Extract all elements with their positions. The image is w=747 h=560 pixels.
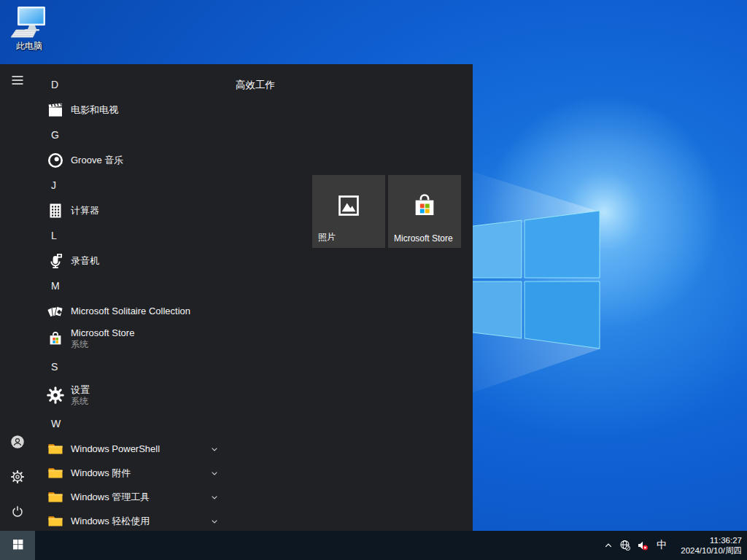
start-app-item[interactable]: 录音机: [0, 249, 245, 273]
network-offline-icon: [619, 539, 632, 552]
store-icon: [410, 190, 439, 222]
app-label: 电影和电视: [71, 104, 118, 116]
volume-muted-button[interactable]: [634, 531, 651, 560]
start-app-item[interactable]: 计算器: [0, 198, 245, 222]
app-group-letter[interactable]: L: [0, 222, 245, 249]
desktop-icon-label: 此电脑: [6, 40, 53, 52]
letter-label: D: [51, 79, 58, 90]
app-label: Microsoft Store: [71, 327, 134, 339]
start-app-item[interactable]: Microsoft Store 系统: [0, 323, 245, 354]
app-group-letter[interactable]: W: [0, 411, 245, 437]
tile-label: 照片: [318, 231, 336, 244]
folder-icon: [47, 440, 64, 458]
solitaire-icon: [47, 303, 64, 320]
letter-label: M: [51, 280, 60, 292]
app-label: Windows PowerShell: [71, 443, 160, 455]
app-group-letter[interactable]: D: [0, 71, 245, 98]
taskbar-clock[interactable]: 11:36:27 2024/10/10/周四: [672, 535, 747, 556]
app-sublabel: 系统: [71, 396, 90, 407]
letter-label: L: [51, 230, 57, 241]
app-group-letter[interactable]: J: [0, 172, 245, 198]
start-menu-app-list: D 电影和电视 G Groove 音乐 J 计算器: [0, 71, 245, 531]
chevron-down-icon[interactable]: [209, 467, 220, 479]
app-group-letter[interactable]: M: [0, 273, 245, 299]
app-label: 设置: [71, 384, 90, 396]
voice-recorder-icon: [47, 252, 64, 270]
letter-label: S: [51, 361, 58, 373]
desktop: 此电脑 D 电影和电视 G Groove 音乐 J: [0, 0, 747, 560]
start-folder-item[interactable]: Windows 附件: [0, 461, 245, 485]
hidden-icons-button[interactable]: [600, 531, 616, 560]
clock-time: 11:36:27: [672, 535, 742, 545]
letter-label: W: [51, 418, 61, 429]
photos-icon: [336, 193, 361, 221]
groove-music-icon: [47, 152, 64, 169]
start-button[interactable]: [0, 531, 35, 560]
ime-indicator[interactable]: 中: [651, 539, 672, 552]
app-label: 录音机: [71, 255, 99, 267]
start-app-item[interactable]: Groove 音乐: [0, 148, 245, 172]
settings-gear-icon: [47, 386, 64, 404]
app-label: 计算器: [71, 205, 99, 217]
app-sublabel: 系统: [71, 339, 134, 350]
start-app-item[interactable]: 设置 系统: [0, 380, 245, 411]
computer-icon: [6, 6, 53, 39]
start-tile[interactable]: 照片: [312, 175, 385, 248]
tile-label: Microsoft Store: [394, 233, 453, 244]
start-app-item[interactable]: Microsoft Solitaire Collection: [0, 299, 245, 323]
start-menu: D 电影和电视 G Groove 音乐 J 计算器: [0, 64, 473, 531]
system-tray: 中 11:36:27 2024/10/10/周四: [600, 531, 747, 560]
store-icon: [47, 330, 64, 347]
movies-tv-icon: [47, 101, 64, 119]
chevron-down-icon[interactable]: [209, 443, 220, 455]
clock-date: 2024/10/10/周四: [672, 545, 742, 556]
desktop-icon-this-pc[interactable]: 此电脑: [6, 6, 53, 52]
network-status-button[interactable]: [616, 531, 634, 560]
folder-icon: [47, 464, 64, 482]
windows-logo-icon: [12, 538, 24, 553]
letter-label: J: [51, 179, 56, 191]
app-label: Windows 轻松使用: [71, 516, 150, 527]
app-group-letter[interactable]: G: [0, 122, 245, 148]
start-app-item[interactable]: 电影和电视: [0, 98, 245, 122]
taskbar: 中 11:36:27 2024/10/10/周四: [0, 531, 747, 560]
folder-icon: [47, 489, 64, 506]
app-label: Windows 管理工具: [71, 491, 150, 503]
tile-group-title[interactable]: 高效工作: [236, 79, 275, 92]
calculator-icon: [47, 202, 64, 219]
chevron-down-icon[interactable]: [209, 516, 220, 527]
folder-icon: [47, 513, 64, 530]
app-group-letter[interactable]: S: [0, 354, 245, 380]
letter-label: G: [51, 129, 59, 141]
start-folder-item[interactable]: Windows PowerShell: [0, 437, 245, 461]
volume-muted-icon: [636, 539, 649, 552]
chevron-up-icon: [602, 539, 615, 552]
chevron-down-icon[interactable]: [209, 491, 220, 503]
app-label: Groove 音乐: [71, 155, 123, 166]
start-tile[interactable]: Microsoft Store: [388, 175, 461, 248]
app-label: Windows 附件: [71, 467, 131, 479]
start-folder-item[interactable]: Windows 管理工具: [0, 485, 245, 509]
app-label: Microsoft Solitaire Collection: [71, 306, 190, 317]
start-folder-item[interactable]: Windows 轻松使用: [0, 509, 245, 531]
